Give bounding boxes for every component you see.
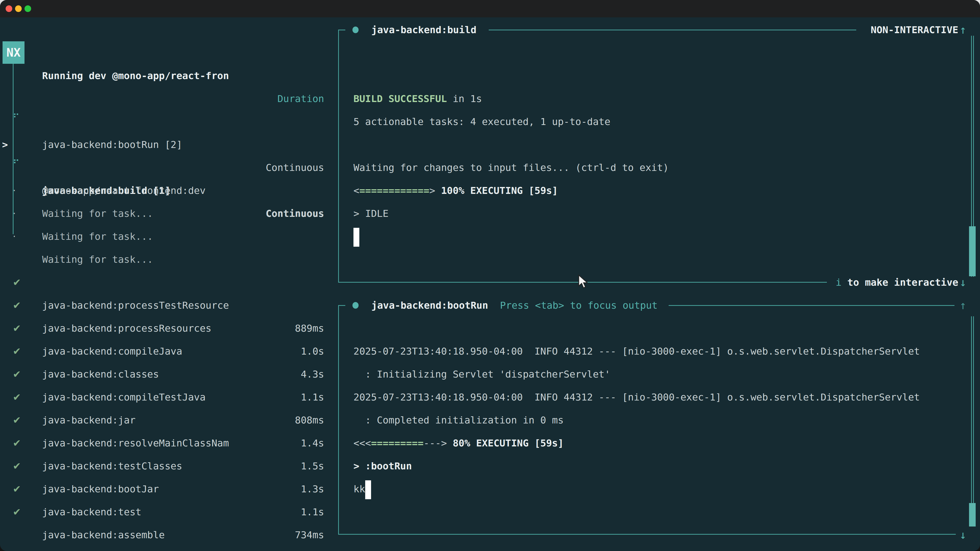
sidebar-header: Running dev @mono-app/react-fron Duratio… bbox=[0, 41, 338, 64]
build-panel-title: java-backend:build bbox=[371, 18, 476, 41]
task-row-completed[interactable]: ✔ java-backend:compileJava 4.3s bbox=[0, 294, 338, 317]
bootrun-panel-left-border bbox=[338, 305, 339, 535]
build-idle-line: > IDLE bbox=[353, 202, 388, 225]
task-row-build-selected[interactable]: > ⠋ java-backend:build [1] Continuous bbox=[0, 110, 338, 133]
task-row-completed[interactable]: ✔ java-backend:testClasses 1.3s bbox=[0, 409, 338, 432]
progress-tail: ---> bbox=[424, 437, 453, 449]
build-status: BUILD SUCCESSFUL bbox=[353, 93, 447, 104]
bootrun-panel-corner-stub bbox=[338, 305, 345, 306]
bootrun-panel-dot-icon bbox=[352, 302, 359, 309]
pending-label: Waiting for task... bbox=[42, 225, 153, 248]
build-cursor-row bbox=[353, 225, 360, 248]
bootrun-scrollbar-thumb[interactable] bbox=[969, 503, 976, 527]
titlebar bbox=[0, 0, 980, 17]
task-row-completed[interactable]: ✔ java-backend:resolveMainClassNam 1.5s bbox=[0, 386, 338, 409]
progress-bar: ========= bbox=[371, 437, 424, 449]
log-line: : Initializing Servlet 'dispatcherServle… bbox=[353, 363, 611, 386]
mouse-cursor-icon bbox=[578, 275, 590, 290]
task-duration: 1.1s bbox=[301, 500, 324, 524]
bootrun-panel-bottom-border bbox=[338, 534, 956, 535]
progress-label: 100% EXECUTING [59s] bbox=[441, 185, 558, 196]
scroll-down-icon[interactable]: ↓ bbox=[959, 271, 966, 294]
build-panel-mode-badge: NON-INTERACTIVE bbox=[871, 18, 958, 41]
task-row-completed[interactable]: ✔ java-backend:jar 1.4s bbox=[0, 363, 338, 386]
task-row-pending: · Waiting for task... bbox=[0, 202, 338, 225]
log-line: 2025-07-23T13:40:18.950-04:00 INFO 44312… bbox=[353, 340, 920, 363]
bootrun-focus-hint: Press <tab> to focus output bbox=[500, 294, 658, 317]
sidebar-title: Running dev @mono-app/react-fron bbox=[42, 64, 229, 87]
maximize-button[interactable] bbox=[24, 5, 31, 12]
task-row-completed[interactable]: ✔ java-backend:processResources 1.0s bbox=[0, 271, 338, 294]
scroll-up-icon[interactable]: ↑ bbox=[959, 18, 966, 41]
bootrun-scrollbar-track[interactable] bbox=[971, 316, 972, 524]
task-row-completed[interactable]: ✔ java-backend:compileTestJava 808ms bbox=[0, 340, 338, 363]
task-name: java-backend:test bbox=[42, 500, 142, 524]
log-line: : Completed initialization in 0 ms bbox=[353, 409, 564, 432]
bootrun-panel-header-rule bbox=[669, 305, 955, 306]
pagination: ← 1/2 → bbox=[14, 546, 55, 551]
scroll-down-icon[interactable]: ↓ bbox=[959, 524, 966, 546]
build-status-rest: in 1s bbox=[447, 93, 482, 104]
task-row-bootrun[interactable]: ⠋ java-backend:bootRun [2] Continuous bbox=[0, 87, 338, 110]
terminal-window: NX Running dev @mono-app/react-fron Dura… bbox=[0, 0, 980, 551]
terminal-cursor bbox=[353, 228, 360, 247]
task-row-completed[interactable]: ✔ java-backend:processTestResource 889ms bbox=[0, 248, 338, 271]
nx-tui: NX Running dev @mono-app/react-fron Dura… bbox=[0, 17, 980, 551]
task-row-pending: · Waiting for task... bbox=[0, 179, 338, 202]
check-icon: ✔ bbox=[13, 500, 21, 524]
task-row-completed[interactable]: ✔ java-backend:classes 1.1s bbox=[0, 317, 338, 340]
interactive-hint-text: to make interactive bbox=[842, 277, 958, 288]
task-row-completed[interactable]: ✔ java-backend:bootJar 1.1s bbox=[0, 432, 338, 454]
build-panel-left-border bbox=[338, 30, 339, 282]
build-panel-corner-stub bbox=[338, 30, 345, 30]
minimize-button[interactable] bbox=[15, 5, 22, 12]
build-progress-line: <============> 100% EXECUTING [59s] bbox=[353, 179, 558, 202]
bootrun-prompt-line: > :bootRun bbox=[353, 454, 412, 478]
sidebar-footer: ← 1/2 → quit: q help: ? bbox=[0, 524, 338, 546]
bootrun-progress-line: <<<=========---> 80% EXECUTING [59s] bbox=[353, 432, 564, 454]
build-success-line: BUILD SUCCESSFUL in 1s bbox=[353, 87, 482, 110]
progress-left-cap: < bbox=[353, 185, 360, 196]
terminal-cursor bbox=[365, 480, 371, 499]
bootrun-input-text: kk bbox=[353, 483, 365, 495]
interactive-hint: i to make interactive bbox=[836, 271, 958, 294]
bootrun-panel-title: java-backend:bootRun bbox=[371, 294, 488, 317]
build-tasks-summary: 5 actionable tasks: 4 executed, 1 up-to-… bbox=[353, 110, 611, 133]
task-row-completed[interactable]: ✔ java-backend:test 734ms bbox=[0, 454, 338, 478]
task-row-frontend-dev[interactable]: ⠋ @mono-app/react-frontend:dev Continuou… bbox=[0, 133, 338, 156]
scroll-up-icon[interactable]: ↑ bbox=[959, 294, 966, 317]
task-row-completed[interactable]: ✔ java-backend:assemble 774ms bbox=[0, 478, 338, 500]
build-panel-header-rule bbox=[489, 30, 856, 30]
bootrun-input-line[interactable]: kk bbox=[353, 478, 371, 500]
close-button[interactable] bbox=[6, 5, 12, 12]
bootrun-scrollbar-track[interactable] bbox=[973, 316, 974, 524]
log-line: 2025-07-23T13:40:18.950-04:00 INFO 44312… bbox=[353, 386, 920, 409]
task-duration: 774ms bbox=[295, 546, 324, 551]
pending-bullet-icon: · bbox=[13, 225, 16, 248]
build-scrollbar-thumb[interactable] bbox=[969, 226, 976, 276]
progress-right-cap: > bbox=[429, 185, 441, 196]
progress-bar: ============ bbox=[360, 185, 430, 196]
build-panel-dot-icon bbox=[352, 27, 359, 33]
task-row-pending: · Waiting for task... bbox=[0, 156, 338, 179]
interactive-hint-key: i bbox=[836, 277, 842, 288]
progress-left-cap: <<< bbox=[353, 437, 371, 449]
progress-label: 80% EXECUTING [59s] bbox=[453, 437, 564, 449]
build-waiting-line: Waiting for changes to input files... (c… bbox=[353, 156, 669, 179]
